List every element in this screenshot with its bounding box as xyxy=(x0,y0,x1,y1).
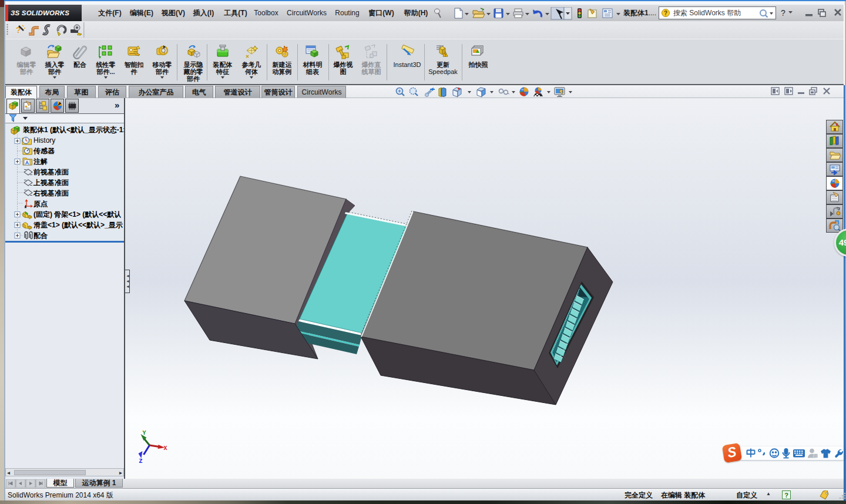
svg-text:Y: Y xyxy=(143,430,146,436)
svg-text:?: ? xyxy=(784,492,788,499)
svg-text:?: ? xyxy=(664,10,667,16)
svg-text:A: A xyxy=(25,160,29,166)
svg-text:Z: Z xyxy=(139,458,143,465)
svg-text:X: X xyxy=(164,445,167,452)
svg-text:!: ! xyxy=(445,53,446,57)
